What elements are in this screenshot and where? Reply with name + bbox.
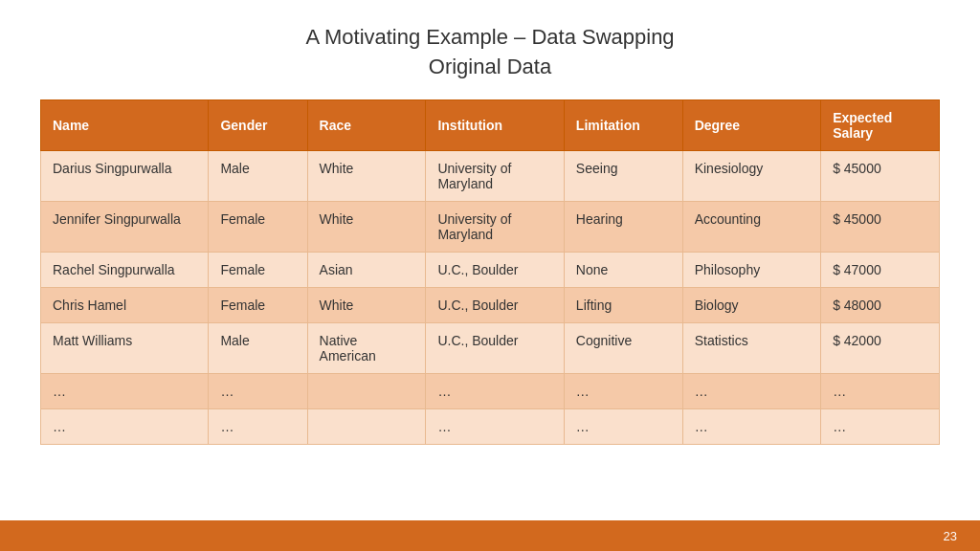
table-cell: … (682, 373, 820, 408)
table-cell: Philosophy (682, 252, 820, 287)
table-cell: $ 48000 (821, 287, 940, 322)
table-cell: … (564, 373, 682, 408)
table-cell: … (682, 408, 820, 444)
header-expected-salary: Expected Salary (821, 99, 940, 150)
table-cell: Native American (307, 322, 426, 373)
title-line2: Original Data (305, 53, 674, 82)
header-gender: Gender (209, 99, 307, 150)
table-row: ……………… (41, 373, 940, 408)
table-cell: … (426, 408, 564, 444)
table-cell: Accounting (682, 201, 820, 252)
table-cell: White (307, 150, 426, 201)
table-row: ……………… (41, 408, 940, 444)
table-row: Chris HamelFemaleWhiteU.C., BoulderLifti… (41, 287, 940, 322)
table-cell (307, 373, 426, 408)
table-cell: Hearing (564, 201, 682, 252)
slide-title: A Motivating Example – Data Swapping Ori… (305, 23, 674, 82)
table-cell: Matt Williams (41, 322, 209, 373)
table-cell: Biology (682, 287, 820, 322)
table-cell: … (41, 373, 209, 408)
table-row: Darius SingpurwallaMaleWhiteUniversity o… (41, 150, 940, 201)
table-cell: U.C., Boulder (426, 287, 564, 322)
table-cell: … (564, 408, 682, 444)
header-institution: Institution (426, 99, 564, 150)
table-cell: Lifting (564, 287, 682, 322)
table-cell: $ 47000 (821, 252, 940, 287)
table-cell: Seeing (564, 150, 682, 201)
table-cell: University of Maryland (426, 150, 564, 201)
slide: A Motivating Example – Data Swapping Ori… (0, 0, 980, 551)
table-cell: Cognitive (564, 322, 682, 373)
table-cell: Jennifer Singpurwalla (41, 201, 209, 252)
table-cell: Rachel Singpurwalla (41, 252, 209, 287)
table-header-row: Name Gender Race Institution Limitation … (41, 99, 940, 150)
table-wrapper: Name Gender Race Institution Limitation … (40, 99, 940, 445)
header-name: Name (41, 99, 209, 150)
page-number: 23 (944, 529, 957, 543)
table-cell: $ 45000 (821, 150, 940, 201)
table-cell: … (821, 373, 940, 408)
table-cell: Male (209, 322, 307, 373)
table-cell: None (564, 252, 682, 287)
table-cell: Female (209, 287, 307, 322)
header-degree: Degree (682, 99, 820, 150)
table-row: Jennifer SingpurwallaFemaleWhiteUniversi… (41, 201, 940, 252)
table-cell: U.C., Boulder (426, 252, 564, 287)
table-cell: Female (209, 201, 307, 252)
table-row: Rachel SingpurwallaFemaleAsianU.C., Boul… (41, 252, 940, 287)
table-cell: Asian (307, 252, 426, 287)
table-cell: U.C., Boulder (426, 322, 564, 373)
header-race: Race (307, 99, 426, 150)
table-cell: University of Maryland (426, 201, 564, 252)
table-cell: … (209, 373, 307, 408)
table-row: Matt WilliamsMaleNative AmericanU.C., Bo… (41, 322, 940, 373)
table-cell (307, 408, 426, 444)
table-cell: White (307, 201, 426, 252)
data-table: Name Gender Race Institution Limitation … (40, 99, 940, 445)
table-cell: Chris Hamel (41, 287, 209, 322)
table-cell: Female (209, 252, 307, 287)
table-cell: … (426, 373, 564, 408)
table-cell: Kinesiology (682, 150, 820, 201)
footer-bar: 23 (0, 520, 980, 551)
table-cell: Male (209, 150, 307, 201)
table-cell: … (821, 408, 940, 444)
table-cell: … (209, 408, 307, 444)
header-limitation: Limitation (564, 99, 682, 150)
table-cell: $ 45000 (821, 201, 940, 252)
table-cell: … (41, 408, 209, 444)
table-cell: Darius Singpurwalla (41, 150, 209, 201)
table-cell: White (307, 287, 426, 322)
table-cell: Statistics (682, 322, 820, 373)
table-cell: $ 42000 (821, 322, 940, 373)
title-line1: A Motivating Example – Data Swapping (305, 23, 674, 53)
